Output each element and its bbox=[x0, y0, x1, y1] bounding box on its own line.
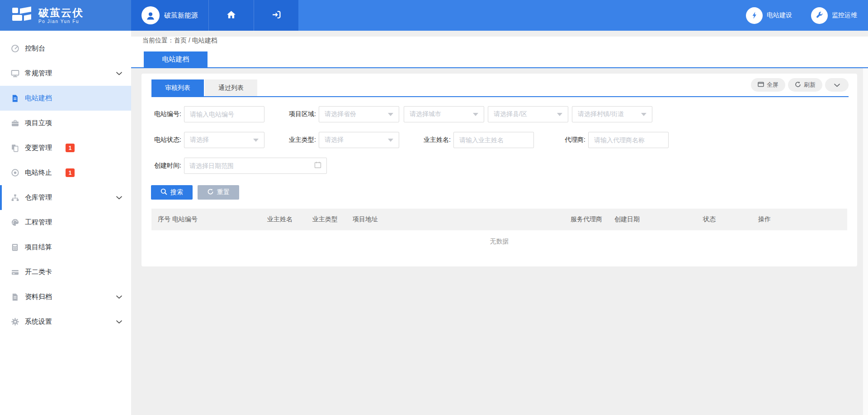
search-icon bbox=[160, 188, 167, 196]
sitemap-icon bbox=[9, 194, 20, 202]
sidebar-item-general-mgmt[interactable]: 常规管理 bbox=[0, 61, 131, 86]
list-tabs: 审核列表 通过列表 bbox=[151, 79, 257, 96]
sidebar-item-project-initiation[interactable]: 项目立项 bbox=[0, 111, 131, 135]
sidebar-item-warehouse-mgmt[interactable]: 仓库管理 bbox=[0, 185, 131, 210]
chevron-down-icon bbox=[116, 72, 122, 75]
search-button[interactable]: 搜索 bbox=[151, 185, 193, 200]
lightning-icon bbox=[746, 7, 763, 24]
fullscreen-button[interactable]: 全屏 bbox=[751, 78, 785, 92]
logout-button[interactable] bbox=[254, 0, 298, 31]
agent-label: 代理商: bbox=[534, 136, 588, 144]
archive-icon bbox=[9, 293, 20, 301]
gear-icon bbox=[9, 317, 20, 326]
refresh-icon bbox=[795, 81, 801, 89]
user-name: 破茧新能源 bbox=[164, 11, 198, 20]
home-button[interactable] bbox=[208, 0, 254, 31]
sidebar-item-system-settings[interactable]: 系统设置 bbox=[0, 309, 131, 334]
station-status-label: 电站状态: bbox=[151, 136, 184, 144]
fullscreen-icon bbox=[758, 81, 764, 89]
col-project-address: 项目地址 bbox=[353, 215, 571, 224]
station-status-select[interactable]: 请选择 bbox=[184, 132, 264, 148]
topbar: 破茧云伏 Po Jian Yun Fu 破茧新能源 bbox=[0, 0, 868, 31]
station-no-input[interactable] bbox=[184, 106, 264, 122]
owner-name-input[interactable] bbox=[453, 132, 534, 148]
brand-subtitle: Po Jian Yun Fu bbox=[38, 19, 84, 24]
calculator-icon bbox=[9, 243, 20, 252]
sidebar: 控制台 常规管理 电站建档 bbox=[0, 31, 131, 415]
tab-passed-list[interactable]: 通过列表 bbox=[205, 79, 257, 96]
sidebar-accent-bar bbox=[0, 185, 2, 210]
caret-down-icon bbox=[388, 139, 393, 142]
sidebar-item-open-type2-card[interactable]: 开二类卡 bbox=[0, 260, 131, 284]
province-select[interactable]: 请选择省份 bbox=[319, 106, 399, 122]
user-menu[interactable]: 破茧新能源 bbox=[131, 0, 208, 31]
station-termination-badge: 1 bbox=[66, 168, 75, 177]
record-icon bbox=[9, 168, 20, 177]
breadcrumb: 当前位置：首页 / 电站建档 bbox=[142, 37, 868, 44]
col-create-date: 创建日期 bbox=[614, 215, 703, 224]
card-icon bbox=[9, 268, 20, 276]
calendar-icon bbox=[314, 161, 321, 170]
sidebar-item-station-filing[interactable]: 电站建档 bbox=[0, 86, 131, 111]
date-range-picker[interactable] bbox=[184, 158, 327, 174]
col-owner-name: 业主姓名 bbox=[267, 215, 312, 224]
agent-input[interactable] bbox=[588, 132, 669, 148]
date-range-input[interactable] bbox=[189, 162, 314, 169]
owner-type-select[interactable]: 请选择 bbox=[319, 132, 399, 148]
content-panel: 审核列表 通过列表 全屏 bbox=[142, 74, 857, 266]
caret-down-icon bbox=[388, 113, 393, 116]
chevron-down-icon bbox=[116, 320, 122, 324]
breadcrumb-prefix: 当前位置： bbox=[142, 37, 174, 44]
reset-button[interactable]: 重置 bbox=[198, 185, 239, 200]
col-service-agent: 服务代理商 bbox=[571, 215, 614, 224]
city-select[interactable]: 请选择城市 bbox=[404, 106, 484, 122]
caret-down-icon bbox=[557, 113, 562, 116]
logout-icon bbox=[272, 10, 281, 21]
create-time-label: 创建时间: bbox=[151, 162, 184, 170]
brand-logo-icon bbox=[11, 6, 33, 24]
empty-state: 无数据 bbox=[142, 230, 857, 266]
breadcrumb-path[interactable]: 首页 / 电站建档 bbox=[174, 37, 217, 44]
collapse-button[interactable] bbox=[825, 78, 849, 92]
region-label: 项目区域: bbox=[264, 110, 319, 118]
vertical-scrollbar[interactable] bbox=[863, 68, 868, 415]
sidebar-item-engineering-mgmt[interactable]: 工程管理 bbox=[0, 210, 131, 235]
palette-icon bbox=[9, 218, 20, 227]
refresh-button[interactable]: 刷新 bbox=[788, 78, 822, 92]
col-seq: 序号 bbox=[151, 215, 172, 224]
filter-form: 电站编号: 项目区域: 请选择省份 请选择城市 请选择县/区 请选择村镇/街道 bbox=[142, 97, 857, 174]
brand-logo: 破茧云伏 Po Jian Yun Fu bbox=[0, 0, 131, 31]
station-no-label: 电站编号: bbox=[151, 110, 184, 118]
caret-down-icon bbox=[641, 113, 646, 116]
avatar bbox=[142, 6, 160, 24]
town-select[interactable]: 请选择村镇/街道 bbox=[572, 106, 652, 122]
county-select[interactable]: 请选择县/区 bbox=[488, 106, 568, 122]
briefcase-icon bbox=[9, 119, 20, 127]
col-owner-type: 业主类型 bbox=[312, 215, 353, 224]
sidebar-item-change-mgmt[interactable]: 变更管理 1 bbox=[0, 135, 131, 160]
monitor-icon bbox=[9, 69, 20, 78]
document-icon bbox=[9, 94, 20, 103]
chevron-down-icon bbox=[116, 196, 122, 200]
sidebar-item-console[interactable]: 控制台 bbox=[0, 36, 131, 61]
owner-type-label: 业主类型: bbox=[264, 136, 319, 144]
sidebar-item-project-settlement[interactable]: 项目结算 bbox=[0, 235, 131, 260]
nav-station-build[interactable]: 电站建设 bbox=[746, 7, 792, 24]
sidebar-item-station-termination[interactable]: 电站终止 1 bbox=[0, 160, 131, 185]
wrench-icon bbox=[811, 7, 828, 24]
nav-monitor-ops[interactable]: 监控运维 bbox=[811, 7, 857, 24]
caret-down-icon bbox=[473, 113, 478, 116]
change-mgmt-badge: 1 bbox=[66, 144, 75, 152]
page-tab-station-filing[interactable]: 电站建档 bbox=[144, 51, 208, 67]
reset-icon bbox=[207, 188, 214, 196]
table-header-row: 序号 电站编号 业主姓名 业主类型 项目地址 服务代理商 创建日期 状态 操作 bbox=[151, 209, 847, 230]
chevron-down-icon bbox=[116, 295, 122, 299]
sidebar-item-data-archive[interactable]: 资料归档 bbox=[0, 284, 131, 309]
owner-name-label: 业主姓名: bbox=[399, 136, 453, 144]
col-station-no: 电站编号 bbox=[172, 215, 267, 224]
nav-station-build-label: 电站建设 bbox=[767, 11, 792, 19]
home-icon bbox=[226, 10, 236, 21]
nav-monitor-ops-label: 监控运维 bbox=[832, 11, 857, 19]
tab-review-list[interactable]: 审核列表 bbox=[151, 79, 204, 96]
col-actions: 操作 bbox=[758, 215, 847, 224]
